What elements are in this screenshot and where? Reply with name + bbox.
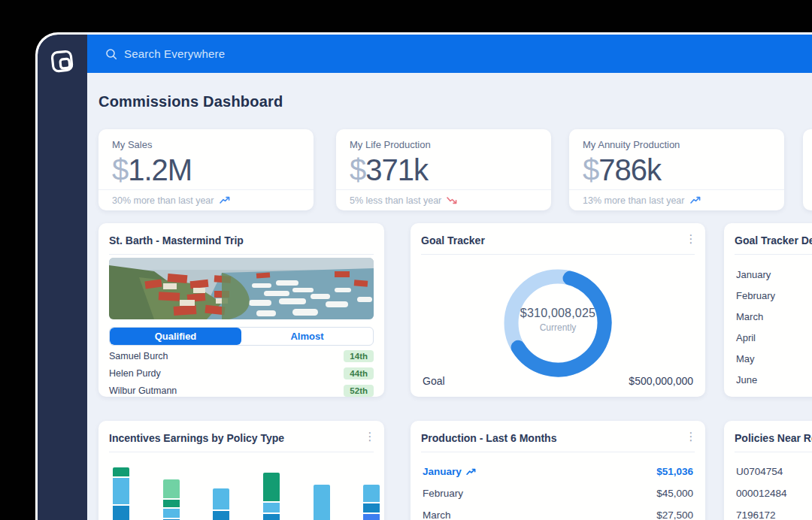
card-title: Goal Tracker Detailed [724,223,812,254]
bar-segment-royal_blue [363,514,380,520]
stat-card-partial [803,129,812,210]
page-title: Commissions Dashboard [98,93,283,110]
policy-list: U0704754 000012484 7196172 [724,452,812,520]
policy-item[interactable]: 000012484 [736,482,812,504]
kebab-menu-icon[interactable]: ⋮ [684,430,698,443]
stacked-bar[interactable] [213,488,229,520]
goal-tracker-detailed-card: Goal Tracker Detailed January February M… [724,223,812,397]
production-row[interactable]: March $27,500 [423,504,693,520]
sidebar [38,35,87,520]
search-icon [105,48,117,60]
trip-tabs: Qualified Almost [109,327,374,346]
stacked-bar[interactable] [314,485,330,520]
trend-down-icon [447,196,458,204]
stacked-bar[interactable] [363,485,380,520]
trend-up-icon [220,196,231,204]
app-logo-icon[interactable] [48,47,77,78]
bar-segment-medium_blue [213,511,229,520]
person-name: Wilbur Gutmann [109,385,177,396]
bar-segment-light_blue [163,509,180,518]
stat-trend: 13% more than last year [569,189,784,210]
stat-card-life-production: My Life Production $371k 5% less than la… [336,129,551,210]
stat-trend: 30% more than last year [98,189,314,210]
goal-footer: Goal $500,000,000 [423,375,693,387]
bar-segment-medium_blue [263,514,280,520]
bar-segment-mint [163,479,180,498]
current-caption: Currently [504,322,612,333]
rank-badge: 52th [344,385,374,397]
stacked-bar[interactable] [113,467,129,520]
app-window: Search Everywhere Commissions Dashboard … [35,32,812,520]
list-item[interactable]: March [736,306,812,327]
stat-trend: 5% less than last year [336,189,551,210]
stacked-bar-chart [98,455,384,520]
stat-card-annuity-production: My Annuity Production $786k 13% more tha… [569,129,784,210]
goal-tracker-card: Goal Tracker ⋮ $310,008,025 Currently Go… [411,223,705,397]
list-item[interactable]: June [736,369,812,390]
dashboard-content: Commissions Dashboard My Sales $1.2M 30%… [87,73,812,520]
kebab-menu-icon[interactable]: ⋮ [684,232,698,246]
bar-segment-medium_blue [113,506,129,520]
stacked-bar[interactable] [263,473,280,520]
stat-label: My Life Production [350,139,538,150]
divider [421,254,695,255]
qualified-list: Samuel Burch 14th Helen Purdy 44th Wilbu… [109,347,374,399]
rank-badge: 14th [344,350,374,362]
month-list: January February March April May June [724,255,812,390]
card-title: Policies Near Renewal [724,421,812,452]
stat-value: $1.2M [112,150,300,189]
stat-value: $786k [583,150,771,189]
goal-donut-chart: $310,008,025 Currently [504,269,612,377]
incentives-card: Incentives Earnings by Policy Type ⋮ [98,421,384,520]
topbar: Search Everywhere [87,35,812,73]
card-title: Incentives Earnings by Policy Type [98,421,384,452]
list-item[interactable]: April [736,327,812,348]
list-item: Wilbur Gutmann 52th [109,382,374,399]
card-title: Production - Last 6 Months [411,421,705,452]
stat-label: My Annuity Production [583,139,771,150]
list-item: Samuel Burch 14th [109,347,374,364]
bar-segment-medium_blue [363,503,380,512]
stat-card-my-sales: My Sales $1.2M 30% more than last year [98,129,314,210]
policy-item[interactable]: 7196172 [736,504,812,520]
stat-value: $371k [350,150,538,189]
bar-segment-light_blue [263,503,280,512]
policy-item[interactable]: U0704754 [736,461,812,482]
bar-segment-green [163,500,180,507]
card-title: St. Barth - Mastermind Trip [98,223,384,254]
bar-segment-green [113,467,129,476]
person-name: Helen Purdy [109,368,161,379]
tab-almost[interactable]: Almost [241,328,373,345]
production-row[interactable]: February $45,000 [423,482,693,504]
current-amount: $310,008,025 [504,307,612,320]
bar-segment-green [263,473,280,501]
trip-card: St. Barth - Mastermind Trip [98,223,384,397]
tab-qualified[interactable]: Qualified [110,328,241,345]
trend-up-icon [466,468,477,476]
kebab-menu-icon[interactable]: ⋮ [363,430,377,443]
bar-segment-light_blue [113,478,129,504]
policies-card: Policies Near Renewal U0704754 000012484… [724,421,812,520]
search-label: Search Everywhere [124,47,225,60]
rank-badge: 44th [344,367,374,379]
global-search[interactable]: Search Everywhere [105,47,225,60]
production-card: Production - Last 6 Months ⋮ January $51… [411,421,705,520]
divider [109,254,374,255]
donut-center-label: $310,008,025 Currently [504,307,612,333]
bar-segment-light_blue [363,485,380,502]
bar-segment-light_blue [314,485,330,520]
stacked-bar[interactable] [163,479,180,520]
stat-label: My Sales [112,139,300,150]
goal-value: $500,000,000 [629,375,693,387]
divider [109,452,374,452]
person-name: Samuel Burch [109,351,168,361]
desktop: { "topbar": { "search_label": "Search Ev… [0,0,812,520]
goal-label: Goal [423,375,445,387]
card-title: Goal Tracker [411,223,705,254]
list-item[interactable]: May [736,348,812,369]
trend-up-icon [690,196,701,204]
production-list: January $51,036 February $45,000 March $… [411,452,705,520]
list-item[interactable]: January [736,264,812,285]
production-row[interactable]: January $51,036 [423,461,693,482]
list-item[interactable]: February [736,285,812,306]
